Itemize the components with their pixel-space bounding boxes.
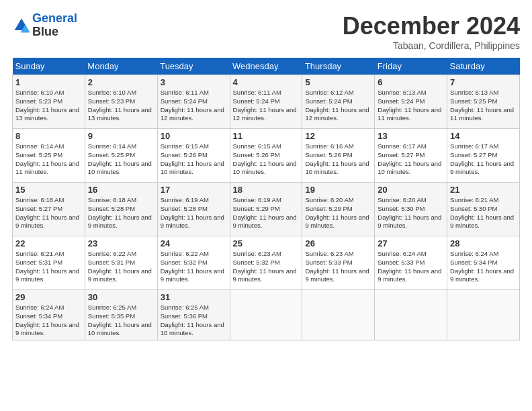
day-number: 31	[161, 292, 227, 302]
day-number: 23	[88, 238, 154, 248]
calendar-day-cell: 21 Sunrise: 6:21 AMSunset: 5:30 PMDaylig…	[447, 183, 520, 236]
day-info: Sunrise: 6:25 AMSunset: 5:36 PMDaylight:…	[161, 304, 224, 336]
day-info: Sunrise: 6:13 AMSunset: 5:25 PMDaylight:…	[450, 89, 514, 122]
day-number: 19	[305, 185, 371, 195]
day-number: 28	[450, 238, 517, 248]
day-info: Sunrise: 6:15 AMSunset: 5:26 PMDaylight:…	[161, 142, 224, 175]
calendar-week-row: 8 Sunrise: 6:14 AMSunset: 5:25 PMDayligh…	[13, 129, 520, 183]
day-number: 18	[233, 185, 300, 195]
day-info: Sunrise: 6:21 AMSunset: 5:30 PMDaylight:…	[450, 196, 514, 229]
calendar-day-cell: 7 Sunrise: 6:13 AMSunset: 5:25 PMDayligh…	[447, 75, 520, 129]
day-number: 10	[161, 131, 227, 141]
calendar-day-cell: 15 Sunrise: 6:18 AMSunset: 5:27 PMDaylig…	[13, 183, 85, 236]
calendar-day-cell: 8 Sunrise: 6:14 AMSunset: 5:25 PMDayligh…	[13, 129, 85, 183]
day-number: 24	[161, 238, 227, 248]
day-number: 9	[88, 131, 154, 141]
day-number: 17	[161, 185, 227, 195]
day-info: Sunrise: 6:11 AMSunset: 5:24 PMDaylight:…	[161, 89, 224, 122]
day-info: Sunrise: 6:10 AMSunset: 5:23 PMDaylight:…	[88, 89, 152, 122]
calendar-day-cell: 6 Sunrise: 6:13 AMSunset: 5:24 PMDayligh…	[375, 75, 447, 129]
day-number: 5	[305, 77, 371, 87]
calendar-day-cell	[230, 290, 302, 340]
calendar-week-row: 1 Sunrise: 6:10 AMSunset: 5:23 PMDayligh…	[13, 75, 520, 129]
day-info: Sunrise: 6:22 AMSunset: 5:31 PMDaylight:…	[88, 250, 152, 283]
day-info: Sunrise: 6:20 AMSunset: 5:30 PMDaylight:…	[378, 196, 441, 229]
calendar-day-cell: 19 Sunrise: 6:20 AMSunset: 5:29 PMDaylig…	[302, 183, 375, 236]
calendar-day-cell: 12 Sunrise: 6:16 AMSunset: 5:26 PMDaylig…	[302, 129, 375, 183]
day-number: 26	[305, 238, 371, 248]
calendar-day-cell: 10 Sunrise: 6:15 AMSunset: 5:26 PMDaylig…	[157, 129, 230, 183]
calendar-day-cell: 20 Sunrise: 6:20 AMSunset: 5:30 PMDaylig…	[375, 183, 447, 236]
calendar-day-cell	[302, 290, 375, 340]
day-number: 7	[450, 77, 517, 87]
logo-blue: Blue	[32, 25, 58, 38]
header-monday: Monday	[85, 58, 157, 75]
calendar-day-cell: 28 Sunrise: 6:24 AMSunset: 5:34 PMDaylig…	[447, 236, 520, 290]
day-info: Sunrise: 6:16 AMSunset: 5:26 PMDaylight:…	[305, 142, 369, 175]
main-container: General Blue December 2024 Tabaan, Cordi…	[0, 0, 532, 347]
calendar-day-cell: 14 Sunrise: 6:17 AMSunset: 5:27 PMDaylig…	[447, 129, 520, 183]
calendar-day-cell: 29 Sunrise: 6:24 AMSunset: 5:34 PMDaylig…	[13, 290, 85, 340]
day-number: 21	[450, 185, 517, 195]
day-info: Sunrise: 6:13 AMSunset: 5:24 PMDaylight:…	[378, 89, 441, 122]
day-number: 2	[88, 77, 154, 87]
day-info: Sunrise: 6:23 AMSunset: 5:32 PMDaylight:…	[233, 250, 297, 283]
day-info: Sunrise: 6:12 AMSunset: 5:24 PMDaylight:…	[305, 89, 369, 122]
day-number: 20	[378, 185, 444, 195]
calendar-day-cell: 16 Sunrise: 6:18 AMSunset: 5:28 PMDaylig…	[85, 183, 157, 236]
day-number: 25	[233, 238, 300, 248]
calendar-day-cell: 27 Sunrise: 6:24 AMSunset: 5:33 PMDaylig…	[375, 236, 447, 290]
day-info: Sunrise: 6:19 AMSunset: 5:29 PMDaylight:…	[233, 196, 297, 229]
day-info: Sunrise: 6:23 AMSunset: 5:33 PMDaylight:…	[305, 250, 369, 283]
day-number: 15	[15, 185, 82, 195]
calendar-day-cell: 31 Sunrise: 6:25 AMSunset: 5:36 PMDaylig…	[157, 290, 230, 340]
calendar-day-cell: 13 Sunrise: 6:17 AMSunset: 5:27 PMDaylig…	[375, 129, 447, 183]
calendar-day-cell: 30 Sunrise: 6:25 AMSunset: 5:35 PMDaylig…	[85, 290, 157, 340]
day-number: 3	[161, 77, 227, 87]
weekday-header-row: Sunday Monday Tuesday Wednesday Thursday…	[13, 58, 520, 75]
day-number: 1	[15, 77, 82, 87]
calendar-day-cell: 2 Sunrise: 6:10 AMSunset: 5:23 PMDayligh…	[85, 75, 157, 129]
calendar-day-cell: 9 Sunrise: 6:14 AMSunset: 5:25 PMDayligh…	[85, 129, 157, 183]
location-subtitle: Tabaan, Cordillera, Philippines	[343, 40, 520, 51]
calendar-day-cell: 5 Sunrise: 6:12 AMSunset: 5:24 PMDayligh…	[302, 75, 375, 129]
calendar-day-cell: 11 Sunrise: 6:15 AMSunset: 5:26 PMDaylig…	[230, 129, 302, 183]
header-tuesday: Tuesday	[157, 58, 230, 75]
day-info: Sunrise: 6:25 AMSunset: 5:35 PMDaylight:…	[88, 304, 152, 336]
calendar-week-row: 15 Sunrise: 6:18 AMSunset: 5:27 PMDaylig…	[13, 183, 520, 236]
calendar-day-cell: 4 Sunrise: 6:11 AMSunset: 5:24 PMDayligh…	[230, 75, 302, 129]
day-number: 22	[15, 238, 82, 248]
day-info: Sunrise: 6:24 AMSunset: 5:34 PMDaylight:…	[450, 250, 514, 283]
day-number: 14	[450, 131, 517, 141]
day-info: Sunrise: 6:21 AMSunset: 5:31 PMDaylight:…	[15, 250, 79, 283]
header-thursday: Thursday	[302, 58, 375, 75]
day-info: Sunrise: 6:15 AMSunset: 5:26 PMDaylight:…	[233, 142, 297, 175]
calendar-table: Sunday Monday Tuesday Wednesday Thursday…	[12, 58, 520, 340]
header-sunday: Sunday	[13, 58, 85, 75]
day-info: Sunrise: 6:22 AMSunset: 5:32 PMDaylight:…	[161, 250, 224, 283]
day-number: 29	[15, 292, 82, 302]
header-friday: Friday	[375, 58, 447, 75]
day-number: 6	[378, 77, 444, 87]
day-info: Sunrise: 6:14 AMSunset: 5:25 PMDaylight:…	[88, 142, 152, 175]
day-info: Sunrise: 6:11 AMSunset: 5:24 PMDaylight:…	[233, 89, 297, 122]
calendar-day-cell: 18 Sunrise: 6:19 AMSunset: 5:29 PMDaylig…	[230, 183, 302, 236]
logo-icon	[12, 16, 31, 35]
calendar-day-cell: 1 Sunrise: 6:10 AMSunset: 5:23 PMDayligh…	[13, 75, 85, 129]
day-number: 12	[305, 131, 371, 141]
day-info: Sunrise: 6:18 AMSunset: 5:27 PMDaylight:…	[15, 196, 79, 229]
calendar-day-cell: 24 Sunrise: 6:22 AMSunset: 5:32 PMDaylig…	[157, 236, 230, 290]
title-section: December 2024 Tabaan, Cordillera, Philip…	[343, 12, 520, 51]
day-info: Sunrise: 6:10 AMSunset: 5:23 PMDaylight:…	[15, 89, 79, 122]
calendar-day-cell: 25 Sunrise: 6:23 AMSunset: 5:32 PMDaylig…	[230, 236, 302, 290]
logo-text: General Blue	[32, 12, 77, 39]
calendar-day-cell: 23 Sunrise: 6:22 AMSunset: 5:31 PMDaylig…	[85, 236, 157, 290]
day-info: Sunrise: 6:18 AMSunset: 5:28 PMDaylight:…	[88, 196, 152, 229]
day-info: Sunrise: 6:20 AMSunset: 5:29 PMDaylight:…	[305, 196, 369, 229]
calendar-day-cell	[447, 290, 520, 340]
day-number: 13	[378, 131, 444, 141]
day-info: Sunrise: 6:17 AMSunset: 5:27 PMDaylight:…	[450, 142, 514, 175]
day-number: 4	[233, 77, 300, 87]
calendar-day-cell: 3 Sunrise: 6:11 AMSunset: 5:24 PMDayligh…	[157, 75, 230, 129]
calendar-day-cell	[375, 290, 447, 340]
